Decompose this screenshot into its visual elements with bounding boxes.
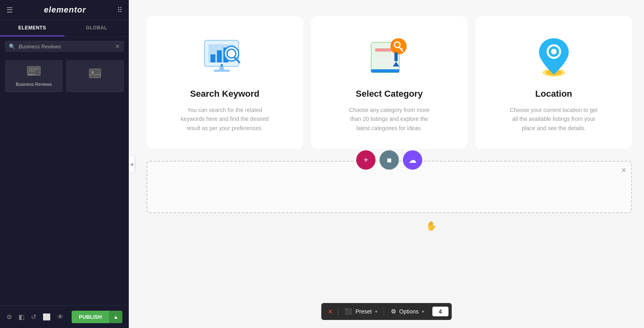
stop-icon: ■ — [387, 156, 392, 165]
widget-icon — [27, 66, 41, 79]
svg-rect-10 — [211, 54, 215, 62]
main-content: ◀ — [129, 0, 644, 328]
feature-card-select-category: Select Category Choose any category from… — [311, 16, 468, 149]
select-category-desc: Choose any category from more than 20 li… — [345, 106, 433, 133]
svg-rect-21 — [375, 54, 395, 58]
fab-share-button[interactable]: ☁ — [403, 150, 422, 170]
search-keyword-icon — [196, 32, 253, 81]
collapse-icon: ◀ — [130, 162, 133, 166]
svg-point-18 — [221, 64, 223, 66]
location-icon — [526, 32, 582, 81]
widget-business-reviews[interactable]: Business Reviews — [5, 60, 63, 92]
feature-card-search-keyword: Search Keyword You can search for the re… — [147, 16, 303, 149]
preview-icon[interactable]: 👁 — [57, 313, 64, 321]
svg-point-24 — [390, 38, 407, 54]
search-clear-icon[interactable]: ✕ — [115, 43, 120, 50]
svg-point-35 — [551, 49, 557, 54]
footer-icons: ⚙ ◧ ↺ ⬜ 👁 — [6, 313, 64, 321]
search-input[interactable] — [19, 44, 115, 50]
drop-close-icon[interactable]: ✕ — [621, 166, 626, 174]
options-chevron-icon: ▾ — [422, 309, 424, 314]
elementor-logo: elementor — [44, 5, 86, 15]
fab-add-button[interactable]: + — [356, 150, 376, 170]
tab-elements[interactable]: ELEMENTS — [0, 20, 64, 36]
svg-rect-22 — [375, 60, 395, 64]
preset-icon: ⬛ — [345, 308, 352, 315]
history-icon[interactable]: ↺ — [31, 313, 36, 321]
tab-global[interactable]: GLOBAL — [64, 20, 129, 36]
svg-point-7 — [91, 71, 94, 73]
sidebar: ☰ elementor ⠿ ELEMENTS GLOBAL 🔍 ✕ Busine — [0, 0, 129, 328]
add-icon: + — [363, 156, 368, 165]
save-icon[interactable]: ⬜ — [43, 313, 51, 321]
widget-grid: Business Reviews — [0, 56, 129, 96]
svg-rect-17 — [214, 70, 230, 72]
toolbar-close-icon[interactable]: ✕ — [323, 308, 338, 316]
publish-button-wrap: PUBLISH ▲ — [72, 311, 122, 323]
publish-button[interactable]: PUBLISH — [72, 311, 109, 323]
image-icon — [89, 68, 101, 82]
collapse-handle[interactable]: ◀ — [129, 156, 134, 172]
cards-section: Search Keyword You can search for the re… — [129, 0, 644, 161]
toolbar-options-button[interactable]: ⚙ Options ▾ — [384, 303, 431, 320]
widget-business-reviews-label: Business Reviews — [16, 82, 52, 87]
search-icon: 🔍 — [9, 44, 15, 50]
svg-rect-11 — [217, 50, 222, 62]
search-bar: 🔍 ✕ — [5, 41, 124, 52]
svg-rect-29 — [394, 52, 398, 61]
toolbar-preset-button[interactable]: ⬛ Preset ▾ — [338, 303, 384, 320]
share-icon: ☁ — [409, 155, 417, 165]
layers-icon[interactable]: ◧ — [19, 313, 25, 321]
sidebar-header: ☰ elementor ⠿ — [0, 0, 129, 20]
cursor-hand: ✋ — [426, 221, 437, 231]
settings-icon[interactable]: ⚙ — [6, 313, 12, 321]
bottom-toolbar: ✕ ⬛ Preset ▾ ⚙ Options ▾ 4 — [321, 303, 452, 320]
svg-point-3 — [28, 74, 30, 75]
preset-label: Preset — [355, 308, 372, 315]
fab-stop-button[interactable]: ■ — [380, 150, 399, 170]
sidebar-tabs: ELEMENTS GLOBAL — [0, 20, 129, 37]
toolbar-count: 4 — [432, 307, 448, 316]
drop-section[interactable]: ✕ + ■ ☁ — [147, 161, 632, 213]
hamburger-icon[interactable]: ☰ — [6, 6, 13, 15]
search-keyword-desc: You can search for the related keywords … — [180, 106, 269, 133]
options-label: Options — [399, 308, 419, 315]
svg-rect-6 — [89, 69, 101, 78]
preset-chevron-icon: ▾ — [375, 309, 378, 314]
location-desc: Choose your current location to get all … — [510, 106, 598, 133]
svg-point-4 — [31, 74, 32, 75]
select-category-title: Select Category — [356, 89, 423, 99]
widget-image[interactable] — [66, 60, 124, 92]
publish-arrow-button[interactable]: ▲ — [109, 311, 122, 323]
sidebar-footer: ⚙ ◧ ↺ ⬜ 👁 PUBLISH ▲ — [0, 305, 129, 328]
search-keyword-title: Search Keyword — [190, 89, 259, 99]
location-title: Location — [535, 89, 572, 99]
svg-rect-28 — [371, 69, 399, 73]
options-gear-icon: ⚙ — [391, 308, 396, 315]
feature-card-location: Location Choose your current location to… — [475, 16, 632, 149]
grid-icon[interactable]: ⠿ — [117, 6, 122, 15]
svg-point-5 — [33, 74, 35, 75]
select-category-icon — [361, 32, 417, 81]
